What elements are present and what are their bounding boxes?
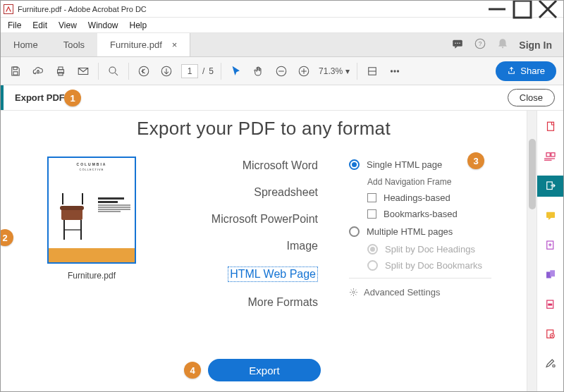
export-pdf-header: Export PDF 1 Close	[1, 85, 563, 111]
zoom-in-icon[interactable]	[296, 63, 312, 79]
page-title: Export your PDF to any format	[15, 118, 513, 140]
content: Export your PDF to any format COLUMBIA C…	[1, 111, 527, 391]
svg-point-33	[397, 70, 398, 71]
print-icon[interactable]	[53, 63, 68, 79]
prev-page-icon[interactable]	[136, 63, 152, 79]
sidebar-organize-icon[interactable]	[537, 235, 564, 256]
share-icon	[507, 66, 516, 75]
scrollbar-thumb[interactable]	[529, 139, 536, 209]
svg-rect-56	[548, 304, 552, 306]
export-pdf-label: Export PDF	[15, 92, 65, 103]
radio-icon	[367, 260, 378, 271]
sidebar-protect-icon[interactable]	[537, 324, 564, 345]
menubar: File Edit View Window Help	[1, 18, 563, 33]
option-single-label: Single HTML page	[367, 159, 442, 170]
svg-text:?: ?	[479, 41, 482, 47]
menu-file[interactable]: File	[2, 19, 27, 32]
cloud-icon[interactable]	[30, 63, 46, 79]
sidebar-create-pdf-icon[interactable]	[537, 116, 564, 137]
save-icon[interactable]	[8, 63, 23, 79]
maximize-button[interactable]	[510, 1, 535, 17]
toolbar: 1 / 5 71.3%▾ Share	[1, 57, 563, 85]
format-powerpoint[interactable]: Microsoft PowerPoint	[212, 213, 318, 226]
share-button[interactable]: Share	[496, 61, 556, 81]
callout-4: 4	[184, 362, 201, 379]
window-title: Furniture.pdf - Adobe Acrobat Pro DC	[18, 5, 147, 13]
svg-point-6	[455, 42, 457, 44]
sidebar-combine-icon[interactable]	[537, 264, 564, 286]
svg-line-20	[115, 73, 118, 75]
search-icon[interactable]	[106, 63, 121, 79]
tab-tools[interactable]: Tools	[51, 33, 97, 56]
advanced-settings-label: Advanced Settings	[364, 287, 440, 298]
thumbnail-column: COLUMBIA COLLECTIVE	[32, 157, 152, 309]
menu-window[interactable]: Window	[82, 19, 124, 32]
chat-icon[interactable]	[451, 37, 464, 53]
sidebar-redact-icon[interactable]	[537, 294, 564, 315]
fit-width-icon[interactable]	[364, 63, 380, 79]
svg-rect-12	[13, 67, 17, 70]
svg-point-21	[139, 66, 149, 76]
option-split-bookmarks: Split by Doc Bookmarks	[367, 260, 513, 271]
export-button[interactable]: Export	[208, 359, 321, 381]
menu-edit[interactable]: Edit	[27, 19, 53, 32]
notifications-icon[interactable]	[496, 37, 509, 53]
checkbox-icon	[367, 209, 376, 219]
titlebar: Furniture.pdf - Adobe Acrobat Pro DC	[1, 1, 563, 18]
help-icon[interactable]: ?	[474, 37, 486, 53]
checkbox-headings-based[interactable]: Headings-based	[367, 192, 513, 203]
sidebar-comment-icon[interactable]	[537, 205, 564, 226]
svg-point-11	[502, 47, 503, 48]
signin-button[interactable]: Sign In	[519, 39, 552, 51]
mail-icon[interactable]	[75, 63, 91, 79]
hand-tool-icon[interactable]	[251, 63, 266, 79]
tabstrip: Home Tools Furniture.pdf × ? Sign In	[1, 33, 563, 57]
sidebar-edit-pdf-icon[interactable]	[537, 146, 564, 167]
close-window-button[interactable]	[535, 1, 560, 17]
zoom-out-icon[interactable]	[274, 63, 289, 79]
zoom-value[interactable]: 71.3%▾	[319, 66, 350, 76]
svg-rect-35	[60, 206, 84, 210]
option-multiple-html[interactable]: Multiple HTML pages	[349, 226, 513, 237]
svg-rect-1	[514, 1, 531, 18]
radio-icon	[367, 244, 378, 255]
checkbox-bookmarks-based[interactable]: Bookmarks-based	[367, 209, 513, 219]
checkbox-headings-label: Headings-based	[384, 192, 450, 203]
svg-rect-48	[546, 212, 555, 218]
page-total: 5	[209, 66, 214, 76]
tab-close-icon[interactable]: ×	[172, 39, 178, 50]
advanced-settings-button[interactable]: Advanced Settings	[349, 287, 513, 298]
document-thumbnail[interactable]: COLUMBIA COLLECTIVE	[47, 157, 136, 264]
close-panel-button[interactable]: Close	[508, 89, 555, 106]
svg-rect-44	[551, 153, 554, 157]
svg-point-41	[352, 291, 355, 293]
format-more[interactable]: More Formats	[247, 296, 318, 309]
sidebar-more-tools-icon[interactable]	[537, 353, 564, 374]
scrollbar[interactable]	[527, 111, 537, 391]
menu-help[interactable]: Help	[124, 19, 153, 32]
option-single-html[interactable]: Single HTML page	[349, 159, 513, 170]
page-current-input[interactable]: 1	[181, 64, 198, 78]
minimize-button[interactable]	[484, 1, 510, 17]
svg-rect-43	[546, 153, 550, 157]
thumbnail-image	[56, 186, 92, 241]
svg-rect-42	[547, 122, 553, 130]
format-html[interactable]: HTML Web Page	[228, 267, 318, 282]
format-word[interactable]: Microsoft Word	[243, 159, 318, 172]
sidebar-export-pdf-icon[interactable]	[537, 176, 564, 197]
more-tools-icon[interactable]	[387, 63, 403, 79]
format-image[interactable]: Image	[287, 240, 318, 252]
svg-point-19	[109, 67, 116, 73]
tab-document[interactable]: Furniture.pdf ×	[97, 33, 190, 56]
svg-rect-13	[13, 71, 18, 75]
callout-1: 1	[64, 90, 81, 106]
tab-home[interactable]: Home	[1, 33, 51, 56]
svg-rect-54	[550, 270, 555, 276]
next-page-icon[interactable]	[159, 63, 174, 79]
menu-view[interactable]: View	[53, 19, 82, 32]
svg-rect-16	[59, 67, 63, 70]
checkbox-bookmarks-label: Bookmarks-based	[384, 209, 458, 219]
selection-tool-icon[interactable]	[228, 63, 244, 79]
format-spreadsheet[interactable]: Spreadsheet	[254, 186, 318, 199]
svg-marker-49	[548, 218, 551, 220]
